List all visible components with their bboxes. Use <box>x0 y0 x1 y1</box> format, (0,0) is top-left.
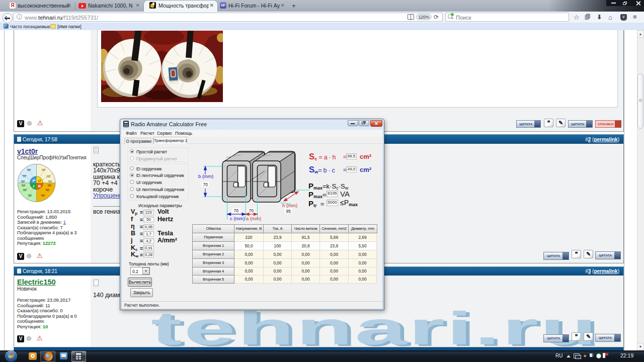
svg-text:70: 70 <box>203 182 208 187</box>
svg-text:70: 70 <box>234 208 239 213</box>
svg-text:b (mm): b (mm) <box>198 173 213 179</box>
svg-text:R: R <box>38 184 41 189</box>
svg-text:P: P <box>33 178 36 183</box>
svg-text:U: U <box>38 178 41 183</box>
svg-text:95: 95 <box>286 209 291 214</box>
svg-text:h (mm): h (mm) <box>282 203 297 208</box>
svg-text:c (mm): c (mm) <box>230 216 245 221</box>
svg-text:a (mm): a (mm) <box>246 216 261 221</box>
svg-text:70: 70 <box>249 208 254 213</box>
